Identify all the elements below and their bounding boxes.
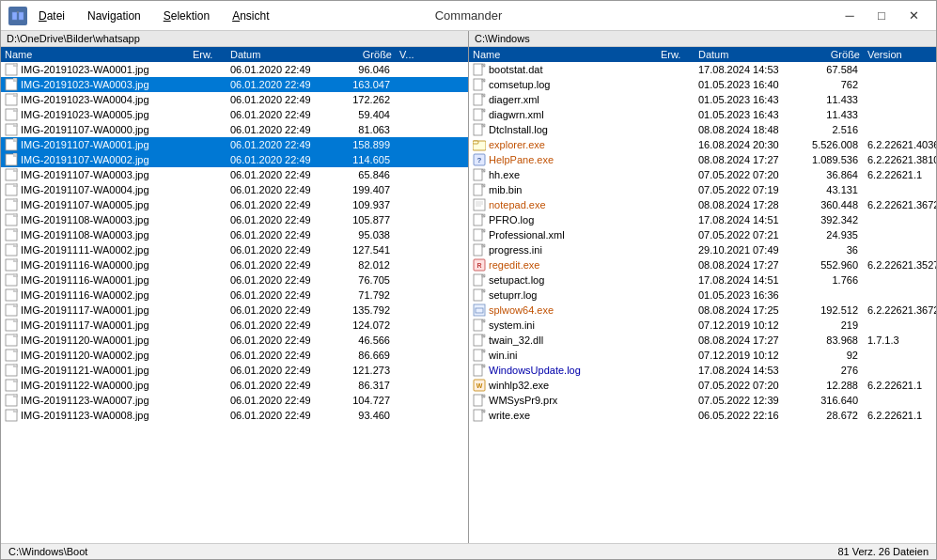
table-row[interactable]: Professional.xml 07.05.2022 07:21 24.935 (469, 227, 936, 242)
table-row[interactable]: explorer.exe 16.08.2024 20:30 5.526.008 … (469, 137, 936, 152)
table-row[interactable]: DtcInstall.log 08.08.2024 18:48 2.516 (469, 122, 936, 137)
file-size: 104.727 (335, 395, 396, 406)
table-row[interactable]: IMG-20191116-WA0001.jpg 06.01.2020 22:49… (1, 272, 468, 288)
file-size: 28.672 (803, 410, 864, 421)
file-icon (473, 183, 486, 196)
table-row[interactable]: setuprr.log 01.05.2023 16:36 (469, 288, 936, 303)
table-row[interactable]: write.exe 06.05.2022 22:16 28.672 6.2.22… (469, 408, 936, 423)
svg-text:R: R (476, 262, 481, 269)
table-row[interactable]: R regedit.exe 08.08.2024 17:27 552.960 6… (469, 257, 936, 272)
table-row[interactable]: comsetup.log 01.05.2023 16:40 762 (469, 77, 936, 92)
table-row[interactable]: hh.exe 07.05.2022 07:20 36.864 6.2.22621… (469, 167, 936, 182)
table-row[interactable]: W winhlp32.exe 07.05.2022 07:20 12.288 6… (469, 378, 936, 393)
file-date: 17.08.2024 14:51 (695, 274, 803, 286)
table-row[interactable]: splwow64.exe 08.08.2024 17:25 192.512 6.… (469, 303, 936, 318)
table-row[interactable]: diagwrn.xml 01.05.2023 16:43 11.433 (469, 107, 936, 122)
window-controls: ─ □ ✕ (835, 5, 929, 27)
table-row[interactable]: setupact.log 17.08.2024 14:51 1.766 (469, 272, 936, 288)
file-size: 199.407 (335, 184, 396, 195)
file-date: 06.01.2020 22:49 (226, 259, 335, 271)
file-date: 06.01.2020 22:49 (226, 109, 335, 120)
svg-rect-106 (474, 410, 482, 421)
svg-rect-76 (474, 79, 482, 90)
table-row[interactable]: mib.bin 07.05.2022 07:19 43.131 (469, 182, 936, 197)
table-row[interactable]: IMG-20191120-WA0001.jpg 06.01.2020 22:49… (1, 333, 468, 348)
file-name: splwow64.exe (489, 304, 554, 316)
table-row[interactable]: system.ini 07.12.2019 10:12 219 (469, 318, 936, 333)
file-name: winhlp32.exe (489, 380, 549, 391)
close-button[interactable]: ✕ (898, 5, 929, 27)
table-row[interactable]: IMG-20191123-WA0008.jpg 06.01.2020 22:49… (1, 408, 468, 423)
file-date: 17.08.2024 14:53 (695, 365, 803, 376)
table-row[interactable]: IMG-20191023-WA0001.jpg 06.01.2020 22:49… (1, 62, 468, 77)
table-row[interactable]: IMG-20191107-WA0001.jpg 06.01.2020 22:49… (1, 137, 468, 152)
file-ver: 6.2.22621.1 (864, 380, 936, 391)
table-row[interactable]: IMG-20191117-WA0001.jpg 06.01.2020 22:49… (1, 303, 468, 318)
file-ver: 6.2.22621.3810 (864, 154, 936, 165)
table-row[interactable]: IMG-20191023-WA0003.jpg 06.01.2020 22:49… (1, 77, 468, 92)
table-row[interactable]: IMG-20191116-WA0000.jpg 06.01.2020 22:49… (1, 257, 468, 272)
table-row[interactable]: twain_32.dll 08.08.2024 17:27 83.968 1.7… (469, 333, 936, 348)
left-panel-list[interactable]: IMG-20191023-WA0001.jpg 06.01.2020 22:49… (1, 62, 468, 543)
table-row[interactable]: IMG-20191122-WA0000.jpg 06.01.2020 22:49… (1, 378, 468, 393)
status-left-path: C:\Windows\Boot (8, 546, 87, 557)
minimize-button[interactable]: ─ (835, 5, 865, 27)
file-name: IMG-20191120-WA0002.jpg (21, 350, 149, 361)
table-row[interactable]: IMG-20191107-WA0000.jpg 06.01.2020 22:49… (1, 122, 468, 137)
table-row[interactable]: IMG-20191107-WA0003.jpg 06.01.2020 22:49… (1, 167, 468, 182)
table-row[interactable]: notepad.exe 08.08.2024 17:28 360.448 6.2… (469, 197, 936, 212)
file-icon (473, 334, 486, 347)
file-size: 114.605 (335, 154, 396, 165)
table-row[interactable]: IMG-20191023-WA0005.jpg 06.01.2020 22:49… (1, 107, 468, 122)
left-col-size-header: Größe (335, 49, 396, 60)
file-size: 36 (803, 244, 864, 256)
table-row[interactable]: win.ini 07.12.2019 10:12 92 (469, 348, 936, 363)
file-name: explorer.exe (489, 139, 545, 150)
table-row[interactable]: diagerr.xml 01.05.2023 16:43 11.433 (469, 92, 936, 107)
left-col-ext-header: Erw. (189, 49, 226, 60)
table-row[interactable]: WindowsUpdate.log 17.08.2024 14:53 276 (469, 363, 936, 378)
table-row[interactable]: PFRO.log 17.08.2024 14:51 392.342 (469, 212, 936, 227)
table-row[interactable]: IMG-20191108-WA0003.jpg 06.01.2020 22:49… (1, 227, 468, 242)
table-row[interactable]: IMG-20191023-WA0004.jpg 06.01.2020 22:49… (1, 92, 468, 107)
table-row[interactable]: IMG-20191111-WA0002.jpg 06.01.2020 22:49… (1, 242, 468, 257)
table-row[interactable]: IMG-20191108-WA0003.jpg 06.01.2020 22:49… (1, 212, 468, 227)
table-row[interactable]: IMG-20191107-WA0002.jpg 06.01.2020 22:49… (1, 152, 468, 167)
file-size: 36.864 (803, 169, 864, 180)
table-row[interactable]: IMG-20191107-WA0005.jpg 06.01.2020 22:49… (1, 197, 468, 212)
menu-selektion[interactable]: Selektion (160, 8, 213, 24)
file-size: 71.792 (335, 289, 396, 301)
menu-ansicht[interactable]: Ansicht (228, 8, 273, 24)
file-ver: 6.2.22621.3672 (864, 304, 936, 316)
file-name: IMG-20191023-WA0005.jpg (21, 109, 149, 120)
file-icon (473, 228, 486, 241)
file-icon (5, 93, 18, 106)
table-row[interactable]: IMG-20191117-WA0001.jpg 06.01.2020 22:49… (1, 318, 468, 333)
table-row[interactable]: IMG-20191120-WA0002.jpg 06.01.2020 22:49… (1, 348, 468, 363)
table-row[interactable]: bootstat.dat 17.08.2024 14:53 67.584 (469, 62, 936, 77)
file-date: 06.01.2020 22:49 (226, 274, 335, 286)
table-row[interactable]: IMG-20191121-WA0001.jpg 06.01.2020 22:49… (1, 363, 468, 378)
file-name: IMG-20191107-WA0000.jpg (21, 124, 149, 135)
file-size: 105.877 (335, 214, 396, 226)
file-icon (473, 123, 486, 136)
file-icon (5, 78, 18, 91)
table-row[interactable]: progress.ini 29.10.2021 07:49 36 (469, 242, 936, 257)
svg-rect-91 (474, 229, 482, 241)
file-size: 83.968 (803, 334, 864, 346)
menu-datei[interactable]: Datei (35, 8, 69, 24)
right-col-ext-header: Erw. (657, 49, 695, 60)
file-name: hh.exe (489, 169, 520, 180)
file-icon (5, 108, 18, 121)
maximize-button[interactable]: □ (867, 5, 897, 27)
right-panel-list[interactable]: bootstat.dat 17.08.2024 14:53 67.584 com… (469, 62, 936, 543)
file-date: 06.01.2020 22:49 (226, 410, 335, 421)
file-icon (473, 63, 486, 76)
file-size: 135.792 (335, 304, 396, 316)
table-row[interactable]: IMG-20191116-WA0002.jpg 06.01.2020 22:49… (1, 288, 468, 303)
menu-navigation[interactable]: Navigation (84, 8, 145, 24)
table-row[interactable]: IMG-20191123-WA0007.jpg 06.01.2020 22:49… (1, 393, 468, 408)
table-row[interactable]: ? HelpPane.exe 08.08.2024 17:27 1.089.53… (469, 152, 936, 167)
table-row[interactable]: WMSysPr9.prx 07.05.2022 12:39 316.640 (469, 393, 936, 408)
table-row[interactable]: IMG-20191107-WA0004.jpg 06.01.2020 22:49… (1, 182, 468, 197)
